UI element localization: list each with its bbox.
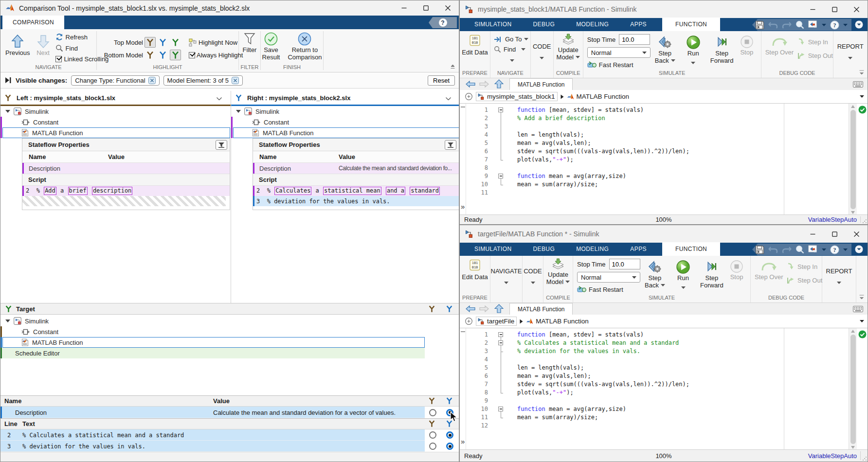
step-in-button[interactable]: Step In	[787, 263, 822, 271]
code-fold-icon[interactable]	[498, 332, 503, 337]
up-to-parent-icon[interactable]	[494, 304, 504, 313]
always-highlight-checkbox[interactable]	[189, 52, 195, 58]
tree-item-simulink[interactable]: Simulink	[0, 106, 231, 117]
navigate-more-icon[interactable]	[494, 56, 530, 63]
help-icon[interactable]: ?	[830, 20, 839, 30]
undo-icon[interactable]	[768, 246, 778, 253]
splitter-handle[interactable]	[461, 107, 465, 107]
bottom-model-merged-button[interactable]	[170, 50, 181, 60]
tree-expand-caret[interactable]	[236, 110, 241, 113]
save-icon[interactable]	[755, 245, 764, 254]
expand-panel-icon[interactable]: »	[461, 202, 465, 211]
top-model-merged-button[interactable]	[170, 37, 181, 48]
screenshot-dropdown-icon[interactable]	[822, 249, 826, 251]
tab-simulation[interactable]: SIMULATION	[467, 242, 519, 256]
editor-scrollbar[interactable]	[849, 328, 857, 450]
code-editor[interactable]: »1function [mean, stdev] = stats(vals)2%…	[460, 328, 868, 450]
tree-item-simulink[interactable]: Simulink	[0, 316, 459, 326]
report-menu-button[interactable]: REPORT	[833, 31, 867, 59]
screenshot-icon[interactable]	[808, 20, 818, 29]
top-model-left-only-button[interactable]	[145, 37, 156, 48]
fast-restart-button[interactable]: Fast Restart	[577, 286, 623, 293]
tab-simulation[interactable]: SIMULATION	[467, 18, 519, 31]
collapse-ribbon-icon[interactable]	[450, 63, 455, 71]
update-model-button[interactable]: UpdateModel	[554, 31, 583, 61]
forward-icon[interactable]	[479, 81, 489, 88]
top-model-right-only-button[interactable]	[157, 37, 168, 48]
step-back-button[interactable]: StepBack	[652, 33, 678, 64]
document-tab[interactable]: MATLAB Function	[509, 303, 573, 315]
edit-data-button[interactable]: 101010Edit Data	[460, 256, 490, 281]
reset-button[interactable]: Reset	[428, 75, 455, 86]
tree-item-matlab-function[interactable]: MATLAB Function	[231, 127, 459, 138]
remove-filter-icon[interactable]	[148, 77, 156, 84]
screenshot-dropdown-icon[interactable]	[822, 24, 826, 26]
minimize-button[interactable]	[393, 0, 415, 16]
code-fold-icon[interactable]	[498, 107, 503, 112]
tree-item-constant[interactable]: Constant	[231, 117, 459, 127]
run-button[interactable]: Run	[683, 33, 704, 66]
close-button[interactable]	[846, 225, 868, 243]
previous-button[interactable]: Previous	[2, 31, 33, 56]
collapse-toolstrip-icon[interactable]	[859, 70, 865, 75]
code-fold-icon[interactable]	[498, 407, 503, 411]
keyboard-shortcuts-icon[interactable]	[853, 81, 863, 88]
goto-button[interactable]: Go To	[494, 36, 530, 43]
breadcrumb-dropdown-icon[interactable]	[860, 320, 864, 322]
choose-right-radio[interactable]	[446, 443, 453, 450]
properties-filter-button[interactable]	[445, 140, 456, 150]
filter-button[interactable]: Filter	[240, 29, 260, 53]
code-menu-button[interactable]: CODE	[531, 31, 553, 59]
status-solver[interactable]: VariableStepAuto	[808, 452, 857, 460]
resize-grip[interactable]	[862, 456, 867, 461]
step-over-button[interactable]: Step Over	[762, 34, 797, 56]
remove-filter-icon[interactable]	[232, 77, 239, 84]
tree-expand-caret[interactable]	[5, 320, 10, 322]
merge-row-line-2[interactable]: 2% Calculates a statistical mean and a s…	[0, 429, 459, 441]
report-menu-button[interactable]: REPORT	[822, 256, 856, 284]
property-row-description[interactable]: Description	[22, 163, 230, 174]
code-analyzer-ok-icon[interactable]	[858, 106, 867, 114]
breadcrumb-item-model[interactable]: targetFile	[476, 317, 517, 326]
find-button[interactable]: Find	[494, 46, 530, 53]
save-icon[interactable]	[755, 20, 764, 30]
code-analyzer-ok-icon[interactable]	[858, 330, 867, 338]
minimize-button[interactable]	[802, 0, 824, 18]
up-to-parent-icon[interactable]	[494, 79, 504, 89]
tab-modeling[interactable]: MODELING	[568, 242, 616, 256]
resize-grip[interactable]	[862, 219, 867, 224]
collapse-toolstrip-icon[interactable]	[859, 295, 865, 300]
code-editor[interactable]: »1function [mean, stdev] = stats(vals)2%…	[460, 104, 868, 215]
keyboard-shortcuts-icon[interactable]	[853, 306, 863, 312]
scroll-up-icon[interactable]	[851, 105, 855, 108]
help-icon[interactable]: ?	[830, 245, 839, 254]
choose-left-radio[interactable]	[429, 431, 436, 439]
tab-apps[interactable]: APPS	[622, 242, 654, 256]
scrollbar-thumb[interactable]	[850, 110, 856, 209]
splitter-handle[interactable]	[461, 331, 465, 332]
scrollbar-thumb[interactable]	[850, 335, 856, 444]
pane-collapse-chevron-icon[interactable]	[446, 94, 451, 102]
tree-item-constant[interactable]: Constant	[0, 117, 231, 127]
skip-to-change-icon[interactable]	[4, 77, 12, 84]
stop-time-input[interactable]	[609, 259, 640, 269]
tree-expand-caret[interactable]	[5, 110, 10, 113]
pane-collapse-chevron-icon[interactable]	[217, 94, 222, 102]
simulation-mode-select[interactable]: Normal	[577, 272, 640, 283]
redo-icon[interactable]	[782, 246, 792, 253]
choose-left-radio[interactable]	[429, 409, 436, 416]
back-icon[interactable]	[466, 305, 475, 312]
scroll-down-icon[interactable]	[851, 446, 855, 449]
tab-debug[interactable]: DEBUG	[525, 18, 562, 31]
close-button[interactable]	[437, 0, 459, 16]
update-model-button[interactable]: UpdateModel	[543, 256, 573, 285]
breadcrumb-item-function[interactable]: MATLAB Function	[526, 318, 589, 325]
code-fold-icon[interactable]	[498, 340, 503, 345]
choose-left-radio[interactable]	[429, 443, 436, 450]
choose-right-radio[interactable]	[446, 431, 453, 439]
highlight-now-button[interactable]: Highlight Now	[199, 39, 237, 46]
expand-panel-icon[interactable]: »	[461, 437, 465, 445]
document-tab[interactable]: MATLAB Function	[509, 78, 573, 90]
minimize-ribbon-icon[interactable]	[855, 20, 863, 29]
tab-apps[interactable]: APPS	[622, 18, 654, 31]
